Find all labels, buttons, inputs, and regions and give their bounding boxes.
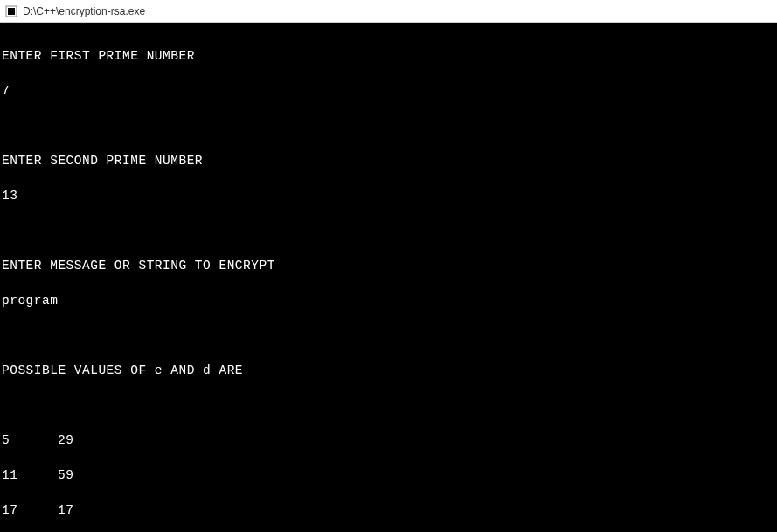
d-value: 59 — [58, 466, 73, 484]
blank-line — [2, 327, 774, 344]
blank-line — [2, 117, 774, 135]
app-icon — [5, 5, 17, 17]
prompt-message: ENTER MESSAGE OR STRING TO ENCRYPT — [2, 257, 774, 274]
prompt-first-prime: ENTER FIRST PRIME NUMBER — [2, 47, 774, 65]
ed-pair-row: 529 — [2, 432, 774, 449]
input-first-prime: 7 — [2, 82, 774, 100]
input-message: program — [2, 292, 774, 309]
e-value: 5 — [2, 432, 58, 449]
ed-header: POSSIBLE VALUES OF e AND d ARE — [2, 362, 774, 379]
e-value: 17 — [2, 501, 58, 519]
console-output[interactable]: ENTER FIRST PRIME NUMBER 7 ENTER SECOND … — [0, 23, 777, 532]
e-value: 11 — [2, 466, 58, 484]
prompt-second-prime: ENTER SECOND PRIME NUMBER — [2, 152, 774, 169]
ed-pair-row: 1159 — [2, 466, 774, 484]
blank-line — [2, 222, 774, 239]
svg-rect-1 — [8, 8, 15, 15]
input-second-prime: 13 — [2, 187, 774, 204]
d-value: 29 — [58, 432, 73, 449]
d-value: 17 — [58, 501, 73, 519]
blank-line — [2, 397, 774, 414]
window-titlebar[interactable]: D:\C++\encryption-rsa.exe — [0, 0, 777, 23]
ed-pair-row: 1717 — [2, 501, 774, 519]
window-title: D:\C++\encryption-rsa.exe — [23, 5, 145, 17]
